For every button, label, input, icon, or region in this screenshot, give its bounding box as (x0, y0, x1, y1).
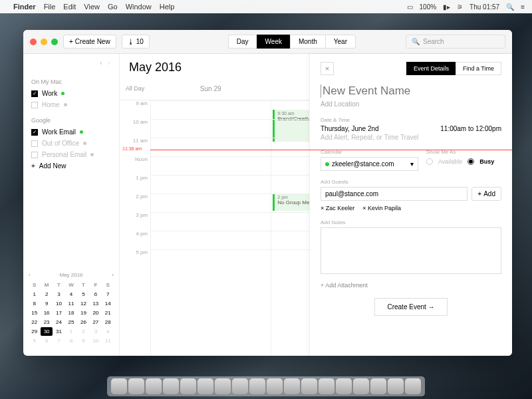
mini-day[interactable]: 20 (90, 309, 101, 317)
zoom-icon[interactable] (51, 39, 58, 45)
add-guest-button[interactable]: +Add (471, 187, 501, 201)
mini-day[interactable]: 17 (53, 309, 65, 317)
dock-app[interactable] (370, 378, 386, 394)
dock[interactable] (107, 376, 425, 396)
menu-icon[interactable]: ≡ (519, 3, 527, 11)
mini-day[interactable]: 26 (78, 318, 89, 327)
mini-day[interactable]: 23 (41, 318, 52, 327)
checkbox-icon[interactable]: ✓ (31, 90, 38, 97)
mini-day[interactable]: 8 (65, 336, 76, 345)
cal-out-of-office[interactable]: Out of Office (23, 138, 119, 149)
mini-day[interactable]: 16 (41, 309, 52, 317)
view-day[interactable]: Day (228, 35, 257, 49)
mini-day[interactable]: 9 (41, 299, 52, 308)
mini-day[interactable]: 2 (78, 327, 89, 336)
cal-home[interactable]: Home (23, 99, 119, 110)
alert-link[interactable]: Add Alert, Repeat, or Time Travel (321, 134, 501, 141)
nav-fwd-icon[interactable]: › (105, 59, 112, 66)
mini-day[interactable]: 14 (102, 299, 114, 308)
close-panel-button[interactable]: × (321, 62, 334, 75)
mini-day[interactable]: 21 (102, 309, 114, 317)
checkbox-icon[interactable] (31, 140, 38, 147)
download-button[interactable]: ⭳10 (122, 35, 150, 49)
dock-app[interactable] (128, 378, 144, 394)
mini-day[interactable]: 4 (102, 327, 114, 336)
menu-window[interactable]: Window (126, 3, 152, 11)
menu-help[interactable]: Help (160, 3, 175, 11)
mini-day[interactable]: 13 (90, 299, 101, 308)
tab-find-time[interactable]: Find a Time (456, 62, 501, 75)
event-title-input[interactable] (321, 84, 501, 98)
add-calendar[interactable]: +Add New (23, 160, 119, 172)
dock-app[interactable] (284, 378, 300, 394)
menu-edit[interactable]: Edit (63, 3, 76, 11)
dock-app[interactable] (301, 378, 317, 394)
add-attachment-link[interactable]: + Add Attachment (321, 282, 501, 289)
mini-day[interactable]: 11 (65, 299, 76, 308)
wifi-icon[interactable]: ⚞ (455, 3, 465, 11)
dock-app[interactable] (232, 378, 248, 394)
mini-day[interactable]: 3 (90, 327, 101, 336)
dock-app[interactable] (388, 378, 404, 394)
mini-day[interactable]: 1 (65, 327, 76, 336)
mini-day[interactable]: 11 (102, 336, 114, 345)
dock-app[interactable] (336, 378, 352, 394)
mini-day[interactable]: 5 (29, 336, 40, 345)
menu-go[interactable]: Go (108, 3, 118, 11)
mini-day[interactable]: 18 (65, 309, 76, 317)
dock-app[interactable] (249, 378, 265, 394)
mini-day[interactable]: 3 (53, 290, 65, 299)
mini-day[interactable]: 8 (29, 299, 40, 308)
airplay-icon[interactable]: ▭ (405, 3, 415, 11)
next-month-icon[interactable]: › (112, 272, 114, 278)
spotlight-icon[interactable]: 🔍 (504, 3, 516, 11)
mini-day[interactable]: 25 (65, 318, 76, 327)
mini-day[interactable]: 10 (53, 299, 65, 308)
mini-day[interactable]: 9 (78, 336, 89, 345)
view-month[interactable]: Month (290, 35, 325, 49)
mini-day[interactable]: 29 (29, 327, 40, 336)
day-sun[interactable]: Sun 29 (150, 81, 271, 100)
mini-day[interactable]: 6 (90, 290, 101, 299)
dock-app[interactable] (163, 378, 179, 394)
search-input[interactable]: 🔍Search (406, 35, 505, 49)
app-name[interactable]: Finder (13, 3, 36, 11)
event-location-input[interactable]: Add Location (321, 100, 501, 108)
radio-available[interactable] (426, 158, 433, 165)
dock-app[interactable] (405, 378, 421, 394)
dock-app[interactable] (353, 378, 369, 394)
mini-day[interactable]: 12 (78, 299, 89, 308)
dock-app[interactable] (215, 378, 231, 394)
prev-month-icon[interactable]: ‹ (29, 272, 31, 278)
close-icon[interactable] (30, 39, 37, 45)
battery-icon[interactable]: ▮▸ (441, 3, 452, 11)
mini-day[interactable]: 7 (102, 290, 114, 299)
mini-day[interactable]: 7 (53, 336, 65, 345)
mini-day[interactable]: 6 (41, 336, 52, 345)
mini-day[interactable]: 27 (90, 318, 101, 327)
mini-day[interactable]: 22 (29, 318, 40, 327)
view-week[interactable]: Week (257, 35, 290, 49)
create-new-button[interactable]: +Create New (63, 35, 116, 49)
clock[interactable]: Thu 01:57 (467, 3, 501, 11)
col-sun[interactable] (150, 100, 271, 356)
dock-app[interactable] (198, 378, 213, 394)
checkbox-icon[interactable]: ✓ (31, 129, 38, 136)
event-time[interactable]: 11:00am to 12:00pm (440, 125, 501, 132)
minimize-icon[interactable] (41, 39, 47, 45)
mini-day[interactable]: 19 (78, 309, 89, 317)
cal-work[interactable]: ✓Work (23, 88, 119, 99)
dock-app[interactable] (146, 378, 162, 394)
guest-chip[interactable]: × Kevin Papila (362, 205, 401, 211)
guest-chip[interactable]: × Zac Keeler (321, 205, 354, 211)
dock-app[interactable] (180, 378, 196, 394)
radio-busy[interactable] (467, 158, 474, 165)
view-year[interactable]: Year (325, 35, 356, 49)
create-event-button[interactable]: Create Event → (374, 298, 447, 316)
cal-work-email[interactable]: ✓Work Email (23, 126, 119, 138)
menu-file[interactable]: File (44, 3, 56, 11)
mini-day[interactable]: 4 (65, 290, 76, 299)
mini-day[interactable]: 1 (29, 290, 40, 299)
cal-personal-email[interactable]: Personal Email (23, 149, 119, 160)
checkbox-icon[interactable] (31, 102, 38, 108)
